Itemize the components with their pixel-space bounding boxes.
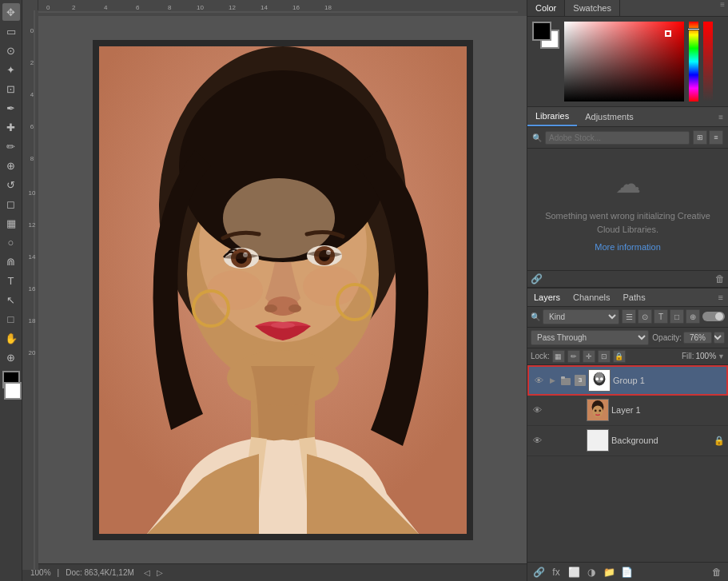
history-brush-tool[interactable]: ↺ — [2, 176, 20, 193]
tab-swatches[interactable]: Swatches — [565, 0, 620, 16]
background-visibility[interactable]: 👁 — [531, 434, 543, 447]
color-panel-collapse[interactable]: ≡ — [717, 0, 728, 16]
svg-text:4: 4 — [30, 90, 34, 97]
layers-panel-menu[interactable]: ≡ — [714, 289, 728, 305]
layers-blend-row: Pass Through Opacity: 76% — [527, 328, 728, 348]
svg-text:18: 18 — [324, 4, 332, 11]
lock-artboard-button[interactable]: ⊡ — [598, 350, 611, 363]
tab-channels[interactable]: Channels — [567, 289, 616, 306]
fill-dropdown-arrow[interactable]: ▼ — [718, 352, 725, 360]
svg-point-42 — [265, 304, 277, 312]
filter-pixel-button[interactable]: ☰ — [622, 309, 636, 324]
layer-filter-icons: ☰ ⊙ T □ ⊕ — [622, 309, 700, 324]
eraser-tool[interactable]: ◻ — [2, 195, 20, 213]
libraries-panel-menu[interactable]: ≡ — [714, 109, 728, 125]
nav-arrow-left[interactable]: ◁ — [144, 568, 150, 577]
lock-transparent-button[interactable]: ▦ — [552, 350, 565, 363]
grid-view-button[interactable]: ⊞ — [693, 130, 707, 145]
svg-text:16: 16 — [292, 4, 300, 11]
path-select-tool[interactable]: ↖ — [2, 291, 20, 308]
lock-all-button[interactable]: 🔒 — [613, 350, 626, 363]
svg-text:18: 18 — [29, 316, 36, 324]
layer-group1-expand[interactable]: ▶ — [547, 376, 557, 385]
delete-layer-button[interactable]: 🗑 — [709, 565, 725, 579]
libraries-search-input[interactable] — [545, 131, 690, 145]
zoom-tool[interactable]: ⊕ — [2, 348, 20, 366]
new-layer-button[interactable]: 📄 — [619, 565, 635, 579]
filter-smartobject-button[interactable]: ⊕ — [686, 309, 700, 324]
delete-library-button[interactable]: 🗑 — [715, 273, 725, 285]
svg-text:2: 2 — [72, 4, 76, 11]
lock-position-button[interactable]: ✛ — [583, 350, 595, 363]
svg-rect-50 — [561, 378, 571, 385]
tab-paths[interactable]: Paths — [617, 289, 652, 306]
layer-item-layer1[interactable]: 👁 Layer 1 — [527, 396, 728, 426]
filter-type-button[interactable]: T — [654, 309, 668, 324]
svg-point-55 — [595, 377, 599, 380]
layer-item-group1[interactable]: 👁 ▶ 3 — [527, 365, 728, 396]
link-icon[interactable]: 🔗 — [531, 273, 543, 285]
lock-label: Lock: — [531, 352, 550, 360]
filter-adjustment-button[interactable]: ⊙ — [638, 309, 652, 324]
rectangle-tool[interactable]: □ — [2, 310, 20, 328]
layer-filter-select[interactable]: Kind — [543, 309, 619, 324]
marquee-tool[interactable]: ▭ — [2, 22, 20, 40]
crop-tool[interactable]: ⊡ — [2, 80, 20, 97]
fill-value[interactable]: 100% — [696, 352, 717, 360]
pen-tool[interactable]: ⋒ — [2, 253, 20, 270]
more-information-link[interactable]: More information — [543, 241, 712, 254]
add-mask-button[interactable]: ⬜ — [566, 565, 582, 579]
eyedropper-tool[interactable]: ✒ — [2, 99, 20, 117]
svg-text:14: 14 — [29, 253, 36, 260]
view-buttons: ⊞ ≡ — [693, 130, 723, 145]
svg-text:20: 20 — [29, 348, 36, 356]
hand-tool[interactable]: ✋ — [2, 329, 20, 347]
dodge-tool[interactable]: ○ — [2, 233, 20, 251]
move-tool[interactable]: ✥ — [2, 3, 20, 21]
type-tool[interactable]: T — [2, 272, 20, 289]
layer1-visibility[interactable]: 👁 — [531, 404, 543, 416]
canvas-row: 0 2 4 6 8 10 12 14 16 18 20 — [22, 16, 527, 563]
alpha-slider[interactable] — [703, 22, 713, 101]
lock-image-button[interactable]: ✏ — [567, 350, 580, 363]
background-color-swatch[interactable] — [4, 382, 22, 400]
magic-wand-tool[interactable]: ✦ — [2, 61, 20, 78]
svg-text:0: 0 — [30, 26, 34, 34]
foreground-color-picker[interactable] — [532, 22, 551, 41]
svg-text:10: 10 — [197, 4, 204, 11]
tab-color[interactable]: Color — [527, 0, 565, 16]
background-type-icon — [558, 434, 571, 447]
layer-item-background[interactable]: 👁 Background 🔒 — [527, 426, 728, 456]
filter-shape-button[interactable]: □ — [670, 309, 684, 324]
layer-group1-visibility[interactable]: 👁 — [532, 374, 545, 387]
hue-slider[interactable] — [689, 22, 698, 101]
svg-point-56 — [600, 377, 603, 380]
tab-adjustments[interactable]: Adjustments — [577, 108, 642, 125]
new-group-button[interactable]: 📁 — [601, 565, 617, 579]
link-layers-button[interactable]: 🔗 — [531, 565, 547, 579]
blend-mode-select[interactable]: Pass Through — [531, 330, 649, 345]
nav-arrow-right[interactable]: ▷ — [157, 568, 163, 577]
tab-libraries[interactable]: Libraries — [527, 107, 577, 126]
gradient-tool[interactable]: ▦ — [2, 214, 20, 232]
svg-rect-62 — [587, 430, 608, 451]
tab-layers[interactable]: Layers — [527, 289, 567, 306]
healing-tool[interactable]: ✚ — [2, 118, 20, 136]
new-adjustment-button[interactable]: ◑ — [583, 565, 599, 579]
svg-text:14: 14 — [261, 4, 268, 11]
lasso-tool[interactable]: ⊙ — [2, 42, 20, 59]
brush-tool[interactable]: ✏ — [2, 137, 20, 155]
svg-text:4: 4 — [104, 4, 108, 11]
opacity-dropdown[interactable] — [714, 332, 725, 344]
layer-filter-toggle[interactable] — [702, 312, 725, 321]
layer1-expand — [546, 405, 555, 415]
color-gradient-area[interactable] — [564, 22, 684, 101]
svg-text:8: 8 — [30, 154, 34, 161]
left-toolbar: ✥ ▭ ⊙ ✦ ⊡ ✒ ✚ ✏ ⊕ ↺ ◻ ▦ ○ ⋒ T ↖ □ ✋ ⊕ — [0, 0, 22, 581]
list-view-button[interactable]: ≡ — [709, 130, 723, 145]
stamp-tool[interactable]: ⊕ — [2, 157, 20, 174]
layer-effects-button[interactable]: fx — [548, 565, 564, 579]
canvas-viewport[interactable] — [38, 16, 527, 563]
layer-group1-name: Group 1 — [613, 376, 723, 385]
opacity-value[interactable]: 76% — [683, 332, 712, 344]
